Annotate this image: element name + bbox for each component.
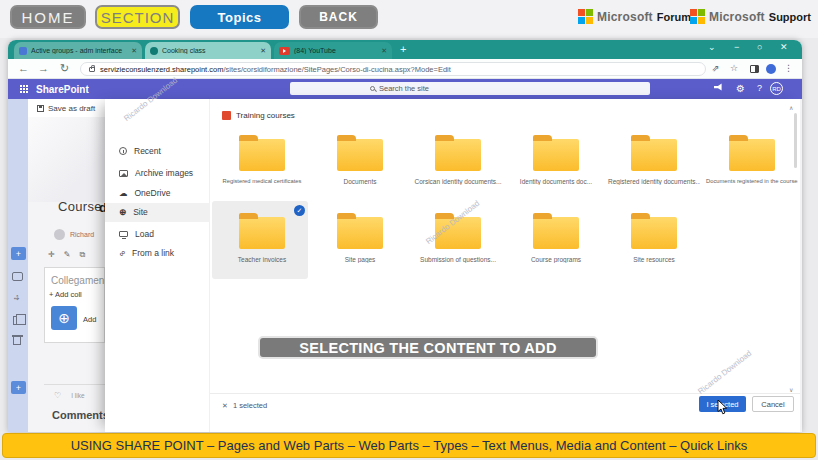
sidebar-item-label: OneDrive xyxy=(135,188,171,198)
save-as-draft-button[interactable]: Save as draft xyxy=(28,99,105,117)
microsoft-logo-icon xyxy=(578,9,593,24)
new-tab-button[interactable]: + xyxy=(400,43,406,55)
user-avatar[interactable]: RD xyxy=(770,82,783,95)
tab-close-icon[interactable]: ✕ xyxy=(131,47,137,55)
sidebar-item-recent[interactable]: Recent xyxy=(119,146,161,156)
folder-icon xyxy=(239,217,285,249)
tab-cooking-class[interactable]: Cooking class ✕ xyxy=(145,42,271,59)
window-restore-icon[interactable]: ○ xyxy=(757,42,762,52)
like-icon[interactable]: ♡ xyxy=(54,391,61,400)
folder-tile[interactable]: Documents registered in the course... xyxy=(706,139,798,184)
scroll-up-arrow[interactable]: ∧ xyxy=(789,104,793,111)
delete-icon[interactable] xyxy=(13,337,21,345)
topics-button[interactable]: Topics xyxy=(190,5,289,29)
window-close-icon[interactable]: ✕ xyxy=(780,42,788,52)
scrollbar-thumb[interactable] xyxy=(794,113,797,168)
add-link-label[interactable]: + Add coll xyxy=(49,290,82,299)
sidebar-item-label: Site xyxy=(133,207,148,217)
sidebar-item-site[interactable]: ⊕ Site xyxy=(119,207,148,217)
share-icon[interactable]: ⇗ xyxy=(712,63,720,73)
sidebar-item-load[interactable]: Load xyxy=(119,229,154,239)
add-section-button[interactable]: + xyxy=(11,381,26,394)
divider xyxy=(210,393,800,394)
microsoft-forum-link[interactable]: Microsoft Forum xyxy=(578,9,691,24)
comments-heading: Comments xyxy=(52,409,109,421)
back-button[interactable]: BACK xyxy=(299,5,378,29)
sidebar-item-onedrive[interactable]: ☁ OneDrive xyxy=(119,188,170,198)
search-input[interactable]: Search the site xyxy=(290,82,650,95)
author-row: Richard xyxy=(54,229,94,240)
help-icon[interactable]: ? xyxy=(757,83,762,93)
side-panel-icon[interactable] xyxy=(750,65,759,73)
microsoft-support-link[interactable]: Microsoft Support xyxy=(690,9,811,24)
folder-tile[interactable]: Registered identity documents... xyxy=(608,139,700,185)
duplicate-webpart-icon[interactable]: ⧉ xyxy=(79,250,85,260)
folder-tile-selected[interactable]: Teacher invoices xyxy=(216,217,308,263)
megaphone-icon[interactable] xyxy=(713,83,723,94)
clear-selection-icon[interactable]: ✕ xyxy=(222,402,228,410)
folder-label: Teacher invoices xyxy=(216,256,308,263)
folder-tile[interactable]: Documents xyxy=(314,139,406,185)
tab-favicon xyxy=(150,47,158,55)
move-icon[interactable]: ↔↕ xyxy=(12,294,23,305)
browser-profile-avatar[interactable] xyxy=(766,64,776,74)
folder-tile[interactable]: Course programs xyxy=(510,217,602,263)
folder-label: Site resources xyxy=(608,256,700,263)
folder-tile[interactable]: Corsican identity documents... xyxy=(412,139,504,185)
selection-status: ✕ 1 selected xyxy=(222,401,267,410)
back-nav-icon[interactable]: ← xyxy=(18,62,29,74)
like-row[interactable]: ♡ I like xyxy=(54,391,85,400)
settings-gear-icon[interactable]: ⚙ xyxy=(736,83,745,94)
comment-icon[interactable] xyxy=(12,272,23,281)
window-minimize-icon[interactable]: − xyxy=(734,42,739,52)
quick-links-title: Collegamen xyxy=(51,275,105,286)
folder-tile[interactable]: Registered medical certificates xyxy=(216,139,308,184)
section-button[interactable]: SECTION xyxy=(95,5,180,29)
divider xyxy=(44,384,105,385)
tab-title: Cooking class xyxy=(162,47,256,54)
bookmark-star-icon[interactable]: ☆ xyxy=(730,63,738,73)
folder-label: Identity documents doc... xyxy=(510,178,602,185)
breadcrumb[interactable]: Training courses xyxy=(222,111,295,120)
tab-youtube[interactable]: (84) YouTube ✕ xyxy=(274,42,392,59)
sidebar-item-label: From a link xyxy=(132,248,174,258)
sidebar-item-from-a-link[interactable]: ∞ From a link xyxy=(119,248,174,258)
slide-header: HOME SECTION Topics BACK Microsoft Forum… xyxy=(0,0,818,38)
duplicate-icon[interactable] xyxy=(13,316,21,325)
url-field[interactable]: servizieconsulenzerd.sharepoint.com/site… xyxy=(80,62,706,76)
folder-tile[interactable]: Site resources xyxy=(608,217,700,263)
tab-close-icon[interactable]: ✕ xyxy=(381,47,387,55)
tab-close-icon[interactable]: ✕ xyxy=(260,47,266,55)
page-hero-placeholder xyxy=(28,117,105,202)
add-button-label: Add xyxy=(83,315,96,324)
cancel-button[interactable]: Cancel xyxy=(752,396,794,412)
add-link-globe-button[interactable]: ⊕ xyxy=(51,306,77,330)
webpart-toolbar: ✛ ✎ ⧉ xyxy=(48,250,85,260)
left-edit-rail: + ↔↕ + xyxy=(8,99,28,432)
add-webpart-button[interactable]: + xyxy=(11,247,26,260)
support-label: Support xyxy=(769,11,811,23)
page-editor-panel: Save as draft Course d Richard ✛ ✎ ⧉ Col… xyxy=(28,99,105,432)
search-icon xyxy=(370,86,375,91)
app-launcher-waffle-icon[interactable] xyxy=(20,85,22,87)
microsoft-wordmark: Microsoft xyxy=(597,10,653,24)
reload-icon[interactable]: ↻ xyxy=(60,62,69,75)
folder-label: Registered medical certificates xyxy=(216,178,308,184)
url-text: servizieconsulenzerd.sharepoint.com/site… xyxy=(100,65,451,74)
window-menu-icon[interactable]: ⌄ xyxy=(708,42,716,52)
author-name: Richard xyxy=(70,231,94,238)
search-placeholder: Search the site xyxy=(379,84,429,93)
scroll-down-arrow[interactable]: ∨ xyxy=(789,386,793,393)
edit-pencil-icon[interactable]: ✎ xyxy=(64,250,71,260)
forward-nav-icon[interactable]: → xyxy=(38,62,49,74)
folder-icon xyxy=(631,139,677,171)
folder-tile[interactable]: Identity documents doc... xyxy=(510,139,602,185)
tab-active-groups[interactable]: Active groups - adm interface ✕ xyxy=(14,42,142,59)
sidebar-item-archive-images[interactable]: Archive images xyxy=(119,168,193,178)
folder-label: Corsican identity documents... xyxy=(412,178,504,185)
folder-tile[interactable]: Site pages xyxy=(314,217,406,263)
home-button[interactable]: HOME xyxy=(10,5,86,29)
like-label: I like xyxy=(71,392,84,399)
kebab-menu-icon[interactable]: ⋮ xyxy=(784,63,793,73)
move-webpart-icon[interactable]: ✛ xyxy=(48,250,55,260)
